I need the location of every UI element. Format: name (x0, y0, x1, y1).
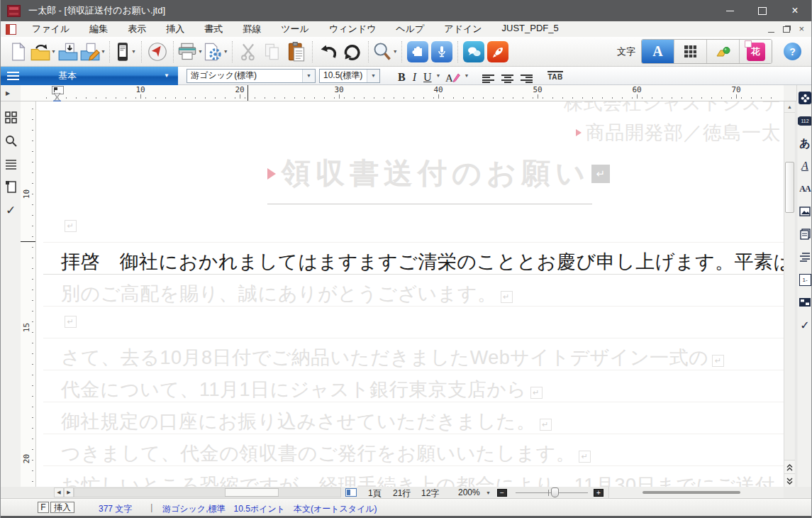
department-line[interactable]: 商品開発部／徳島一太 (576, 120, 781, 145)
paragraph-format-button[interactable] (798, 250, 812, 264)
date-stamp-button[interactable]: 112 (798, 114, 812, 128)
maximize-button[interactable] (746, 0, 779, 21)
scroll-right-button[interactable]: ▶ (64, 487, 74, 497)
dropdown-icon[interactable]: ▼ (302, 70, 315, 82)
insert-mode-button[interactable]: 挿入 (50, 502, 74, 513)
horizontal-scrollbar-right[interactable] (609, 487, 784, 498)
char-style-button[interactable]: A (798, 159, 812, 173)
style-name[interactable]: 基本 (58, 70, 77, 82)
horizontal-ruler[interactable]: 10203040506070 (21, 85, 784, 101)
menu-item-3[interactable]: 挿入 (156, 23, 194, 35)
tab-button[interactable]: TAB (547, 71, 562, 81)
text-mode-button[interactable] (486, 40, 510, 64)
expand-icon[interactable]: ▶ (6, 90, 10, 97)
next-page-button[interactable] (784, 473, 795, 487)
document-line-3[interactable]: ↵ (36, 312, 784, 343)
print-button[interactable]: ▼ (177, 40, 203, 64)
undo-button[interactable] (316, 40, 340, 64)
new-document-button[interactable] (6, 40, 30, 64)
horizontal-scrollbar-thumb[interactable] (225, 488, 279, 497)
vertical-scrollbar-thumb[interactable] (785, 162, 794, 213)
dropdown-icon[interactable]: ▼ (164, 72, 169, 79)
document-line-5[interactable]: 代金について、11月1日にジャスト銀行東京支店から↵ (36, 375, 784, 407)
doc-restore-button[interactable] (783, 24, 790, 35)
scroll-left-button[interactable]: ◀ (54, 487, 64, 497)
menu-item-4[interactable]: 書式 (194, 23, 233, 35)
previous-page-button[interactable] (784, 460, 795, 474)
viewer-button[interactable]: ▼ (113, 40, 138, 64)
justsystems-button[interactable] (798, 91, 812, 105)
document-line-6[interactable]: 御社規定の口座にお振り込みさせていただきました。↵ (36, 407, 784, 439)
menu-item-6[interactable]: ツール (271, 23, 319, 35)
vertical-ruler[interactable]: 101520 (21, 101, 36, 487)
menu-item-2[interactable]: 表示 (118, 23, 156, 35)
shape-mode-button[interactable] (706, 40, 739, 63)
dropdown-icon[interactable]: ▼ (486, 490, 491, 495)
char-mode-button[interactable]: A (642, 40, 674, 63)
doc-minimize-button[interactable] (768, 24, 774, 35)
save-button[interactable] (56, 40, 80, 64)
voice-input-button[interactable] (430, 40, 454, 64)
doc-close-button[interactable]: × (799, 26, 804, 33)
underline-button[interactable]: U (420, 68, 435, 84)
clipboard-panel-button[interactable] (4, 180, 18, 194)
dropdown-icon[interactable]: ▼ (198, 49, 203, 54)
zoom-out-button[interactable]: − (497, 489, 507, 497)
menu-item-8[interactable]: ヘルプ (386, 23, 434, 35)
proof-check-button[interactable]: ✓ (798, 318, 812, 332)
document-canvas[interactable]: 株式会社ジャストシステ 商品開発部／徳島一太 領収書送付のお願い ↵ ↵拝啓 御… (36, 101, 784, 487)
align-right-button[interactable] (517, 68, 536, 84)
style-selector[interactable]: 基本 ▼ (1, 67, 178, 85)
document-line-1[interactable]: 拝啓 御社におかれましてはますますご清栄のこととお慶び申し上げます。平素は (36, 248, 784, 280)
copy-button[interactable] (260, 40, 284, 64)
comment-button[interactable] (462, 40, 486, 64)
pattern-button[interactable] (798, 295, 812, 309)
font-size-button[interactable]: AA (798, 182, 812, 196)
bold-button[interactable]: B (394, 68, 409, 84)
document-line-7[interactable]: つきまして、代金の領収書のご発行をお願いいたします。↵ (36, 439, 784, 471)
align-left-button[interactable] (479, 68, 498, 84)
close-button[interactable]: × (779, 0, 811, 21)
dropdown-icon[interactable]: ▼ (465, 73, 469, 78)
dropdown-icon[interactable]: ▼ (393, 49, 398, 54)
menu-item-1[interactable]: 編集 (79, 23, 118, 35)
zoom-slider-thumb[interactable] (551, 487, 559, 497)
indent-marker[interactable] (52, 93, 62, 101)
document-line-0[interactable]: ↵ (36, 216, 784, 248)
vertical-scrollbar[interactable]: ▲ (784, 101, 796, 487)
document-title-row[interactable]: 領収書送付のお願い ↵ (267, 154, 610, 193)
document-line-8[interactable]: お忙しいところ恐縮ですが、経理手続き上の都合により、11月30日までにご送付 (36, 471, 784, 487)
print-settings-button[interactable]: ▼ (203, 40, 228, 64)
hamburger-icon[interactable] (7, 72, 19, 80)
document-line-4[interactable]: さて、去る10月8日付でご納品いただきましたWebサイトデザイン一式の↵ (36, 343, 784, 375)
menu-item-0[interactable]: ファイル (22, 23, 79, 35)
open-file-button[interactable]: ▼ (30, 40, 56, 64)
help-button[interactable]: ? (784, 43, 801, 60)
minimize-button[interactable] (713, 0, 746, 21)
font-select[interactable]: 游ゴシック(標準) ▼ (187, 69, 316, 83)
zoom-in-button[interactable]: + (594, 489, 604, 497)
copy-format-button[interactable] (798, 227, 812, 241)
menu-item-7[interactable]: ウィンドウ (319, 23, 386, 35)
font-color-button[interactable]: A (441, 68, 464, 84)
search-button[interactable]: ▼ (372, 40, 398, 64)
scrollbar-thumb[interactable] (643, 491, 740, 494)
table-mode-button[interactable] (674, 40, 706, 63)
italic-button[interactable]: I (409, 68, 420, 84)
navigation-button[interactable] (145, 40, 169, 64)
font-size-select[interactable]: 10.5(標準) ▼ (319, 69, 380, 83)
image-insert-button[interactable] (798, 204, 812, 219)
cut-button[interactable] (236, 40, 260, 64)
page-view-icon[interactable] (345, 488, 357, 497)
align-center-button[interactable] (498, 68, 517, 84)
menu-item-10[interactable]: JUST_PDF_5 (492, 23, 569, 35)
mode-f-button[interactable]: F (38, 502, 49, 513)
dropdown-icon[interactable]: ▼ (367, 70, 379, 82)
outline-panel-button[interactable] (4, 157, 18, 171)
menu-item-9[interactable]: アドイン (434, 23, 491, 35)
blocks-palette-button[interactable] (4, 110, 18, 124)
kana-button[interactable]: あ (798, 136, 812, 150)
check-panel-button[interactable]: ✓ (4, 203, 18, 217)
redo-button[interactable] (340, 40, 365, 64)
page-number-button[interactable]: 1- (798, 272, 812, 287)
